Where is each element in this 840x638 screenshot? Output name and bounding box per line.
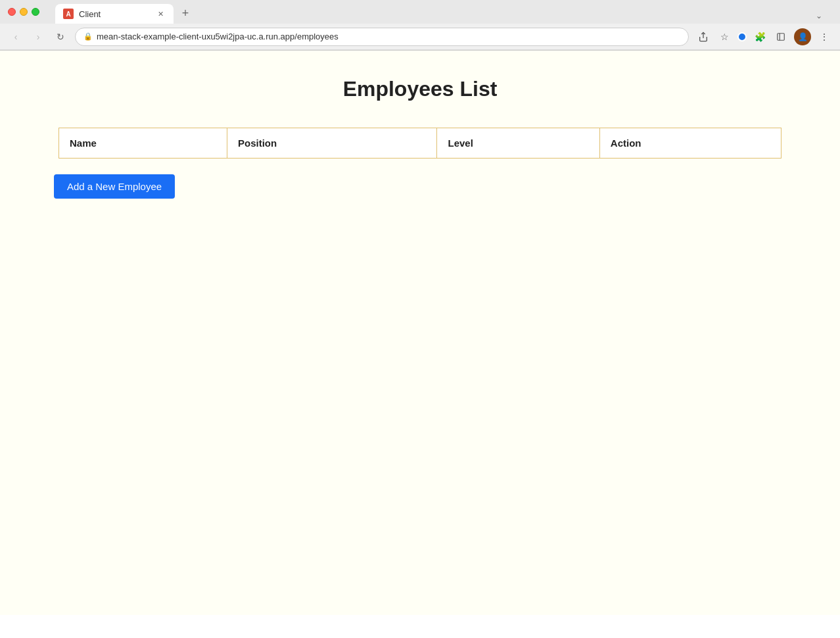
employees-table: Name Position Level Action xyxy=(58,128,782,159)
extensions-icon[interactable]: 🧩 xyxy=(752,29,768,45)
address-bar: ‹ › ↻ 🔒 mean-stack-example-client-uxu5wi… xyxy=(0,24,840,50)
column-header-action: Action xyxy=(599,128,781,159)
svg-rect-1 xyxy=(778,33,785,40)
sidebar-icon[interactable] xyxy=(773,29,789,45)
tab-title: Client xyxy=(79,9,150,19)
browser-titlebar: A Client ✕ + ⌄ xyxy=(0,0,840,24)
tab-list-button[interactable]: ⌄ xyxy=(811,8,827,24)
add-employee-button[interactable]: Add a New Employee xyxy=(54,174,175,199)
tab-favicon: A xyxy=(63,9,74,19)
tabs-bar: A Client ✕ + ⌄ xyxy=(50,0,832,24)
browser-chrome: A Client ✕ + ⌄ ‹ › ↻ 🔒 mean-stack-exampl… xyxy=(0,0,840,51)
table-header-row: Name Position Level Action xyxy=(59,128,782,159)
traffic-lights xyxy=(8,8,39,16)
url-bar[interactable]: 🔒 mean-stack-example-client-uxu5wi2jpa-u… xyxy=(75,28,689,46)
share-icon[interactable] xyxy=(695,29,711,45)
minimize-window-button[interactable] xyxy=(20,8,28,16)
lock-icon: 🔒 xyxy=(83,32,93,41)
forward-button[interactable]: › xyxy=(30,29,46,45)
recording-indicator xyxy=(737,32,747,41)
page-content: Employees List Name Position Level Actio… xyxy=(0,51,840,615)
active-tab[interactable]: A Client ✕ xyxy=(55,4,174,24)
maximize-window-button[interactable] xyxy=(32,8,39,16)
back-button[interactable]: ‹ xyxy=(8,29,24,45)
profile-avatar[interactable]: 👤 xyxy=(794,28,811,45)
table-header: Name Position Level Action xyxy=(59,128,782,159)
column-header-name: Name xyxy=(59,128,227,159)
new-tab-button[interactable]: + xyxy=(176,4,195,22)
menu-icon[interactable]: ⋮ xyxy=(816,29,832,45)
tab-close-button[interactable]: ✕ xyxy=(155,9,166,19)
url-text: mean-stack-example-client-uxu5wi2jpa-uc.… xyxy=(97,32,338,41)
toolbar-right: ☆ 🧩 👤 ⋮ xyxy=(695,28,832,45)
refresh-button[interactable]: ↻ xyxy=(53,29,68,45)
page-title: Employees List xyxy=(13,77,827,101)
bookmark-icon[interactable]: ☆ xyxy=(716,29,732,45)
column-header-level: Level xyxy=(437,128,599,159)
column-header-position: Position xyxy=(227,128,437,159)
close-window-button[interactable] xyxy=(8,8,16,16)
